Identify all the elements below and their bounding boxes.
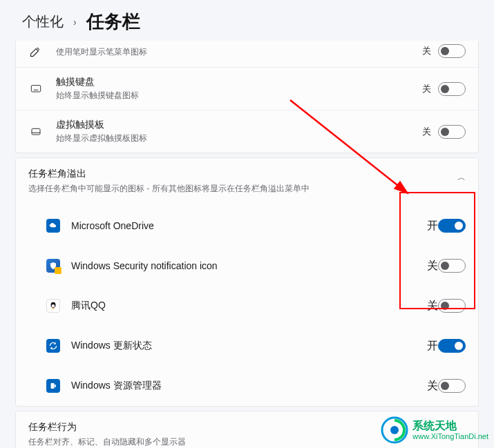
svg-point-16 xyxy=(390,426,399,434)
app-row-explorer[interactable]: Windows 资源管理器 关 xyxy=(16,366,478,406)
app-label: Windows Security notification icon xyxy=(71,260,427,271)
taskbar-overflow-header[interactable]: 任务栏角溢出 选择任务栏角中可能显示的图标 - 所有其他图标将显示在任务栏角溢出… xyxy=(16,158,478,206)
breadcrumb-parent[interactable]: 个性化 xyxy=(22,12,64,31)
toggle-state-label: 关 xyxy=(422,126,431,138)
svg-point-11 xyxy=(54,304,55,305)
toggle-state-label: 开 xyxy=(427,219,438,233)
setting-subtitle: 始终显示触摸键盘图标 xyxy=(56,90,422,101)
app-label: Microsoft OneDrive xyxy=(71,220,427,231)
toggle-state-label: 关 xyxy=(427,259,438,273)
setting-row-touch-keyboard[interactable]: 触摸键盘 始终显示触摸键盘图标 关 xyxy=(16,68,478,110)
app-row-qq[interactable]: 腾讯QQ 关 xyxy=(16,286,478,326)
toggle-virtual-touchpad[interactable] xyxy=(438,125,466,139)
toggle-pen-menu[interactable] xyxy=(438,44,466,58)
setting-subtitle: 始终显示虚拟触摸板图标 xyxy=(56,133,422,144)
setting-subtitle: 使用笔时显示笔菜单图标 xyxy=(56,46,422,58)
svg-point-10 xyxy=(52,304,53,305)
breadcrumb-current: 任务栏 xyxy=(86,10,140,34)
svg-rect-0 xyxy=(31,85,40,91)
toggle-onedrive[interactable] xyxy=(438,219,466,233)
toggle-touch-keyboard[interactable] xyxy=(438,82,466,96)
touchpad-icon xyxy=(28,124,44,139)
toggle-security[interactable] xyxy=(438,259,466,273)
svg-rect-12 xyxy=(51,383,55,389)
section-title: 任务栏角溢出 xyxy=(28,168,457,180)
toggle-qq[interactable] xyxy=(438,299,466,313)
watermark: 系统天地 www.XiTongTianDi.net xyxy=(381,416,488,444)
watermark-logo-icon xyxy=(381,416,408,444)
chevron-up-icon: ︿ xyxy=(457,172,466,184)
app-row-onedrive[interactable]: Microsoft OneDrive 开 xyxy=(16,206,478,246)
toggle-state-label: 关 xyxy=(427,299,438,313)
explorer-icon xyxy=(46,379,60,393)
watermark-name: 系统天地 xyxy=(412,419,488,432)
keyboard-icon xyxy=(28,81,44,97)
svg-point-9 xyxy=(52,304,55,308)
section-subtitle: 选择任务栏角中可能显示的图标 - 所有其他图标将显示在任务栏角溢出菜单中 xyxy=(28,183,457,195)
breadcrumb: 个性化 › 任务栏 xyxy=(0,0,494,41)
app-label: Windows 资源管理器 xyxy=(71,380,427,392)
security-icon xyxy=(46,259,60,273)
update-icon xyxy=(46,339,60,353)
toggle-state-label: 关 xyxy=(422,45,431,57)
setting-title: 虚拟触摸板 xyxy=(56,119,422,131)
toggle-state-label: 开 xyxy=(427,339,438,353)
app-label: Windows 更新状态 xyxy=(71,340,427,352)
onedrive-icon xyxy=(46,219,60,233)
svg-rect-6 xyxy=(32,128,40,135)
app-row-windows-update[interactable]: Windows 更新状态 开 xyxy=(16,326,478,366)
qq-icon xyxy=(46,299,60,313)
toggle-windows-update[interactable] xyxy=(438,339,466,353)
taskbar-overflow-section: 任务栏角溢出 选择任务栏角中可能显示的图标 - 所有其他图标将显示在任务栏角溢出… xyxy=(15,157,479,407)
toggle-state-label: 关 xyxy=(422,83,431,95)
app-label: 腾讯QQ xyxy=(71,300,427,312)
toggle-state-label: 关 xyxy=(427,379,438,393)
setting-row-virtual-touchpad[interactable]: 虚拟触摸板 始终显示虚拟触摸板图标 关 xyxy=(16,110,478,153)
setting-row-pen-menu[interactable]: 使用笔时显示笔菜单图标 关 xyxy=(16,41,478,68)
watermark-site: www.XiTongTianDi.net xyxy=(412,432,488,441)
toggle-explorer[interactable] xyxy=(438,379,466,393)
chevron-right-icon: › xyxy=(73,17,77,28)
svg-rect-13 xyxy=(55,384,57,387)
app-row-security[interactable]: Windows Security notification icon 关 xyxy=(16,246,478,286)
pen-icon xyxy=(28,43,44,59)
setting-title: 触摸键盘 xyxy=(56,76,422,88)
taskbar-corner-icons-panel: 使用笔时显示笔菜单图标 关 触摸键盘 始终显示触摸键盘图标 关 虚拟触摸板 始终… xyxy=(15,41,479,153)
